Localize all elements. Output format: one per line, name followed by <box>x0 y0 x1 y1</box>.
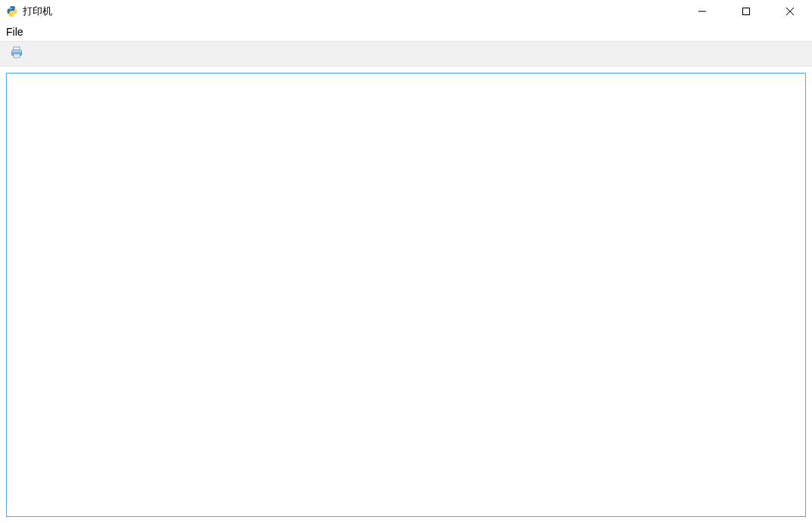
svg-rect-4 <box>14 47 20 50</box>
toolbar <box>0 41 812 67</box>
window-controls <box>680 0 812 23</box>
svg-rect-8 <box>14 54 20 58</box>
window-title: 打印机 <box>23 5 52 18</box>
menubar: File <box>0 23 812 41</box>
python-icon <box>6 5 18 17</box>
content-area <box>0 67 812 523</box>
menu-file[interactable]: File <box>2 24 28 39</box>
close-button[interactable] <box>768 0 812 23</box>
titlebar: 打印机 <box>0 0 812 23</box>
svg-point-7 <box>19 51 20 52</box>
maximize-button[interactable] <box>724 0 768 23</box>
print-button[interactable] <box>8 45 26 63</box>
minimize-button[interactable] <box>680 0 724 23</box>
svg-rect-1 <box>743 8 750 15</box>
printer-icon <box>10 45 23 62</box>
text-editor[interactable] <box>6 73 806 517</box>
